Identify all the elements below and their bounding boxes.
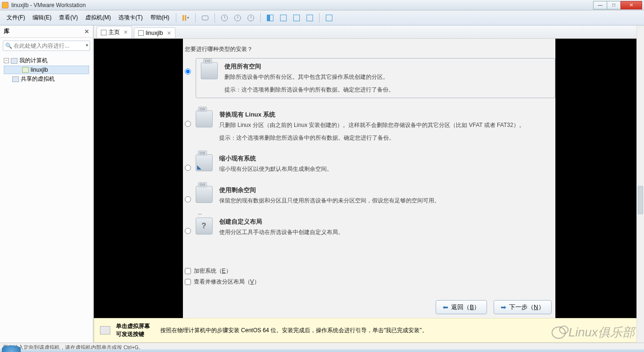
- option-title: 使用剩余空间: [219, 186, 440, 194]
- expand-icon[interactable]: −: [4, 58, 9, 63]
- install-option-radio[interactable]: [185, 165, 191, 171]
- back-button[interactable]: ⬅ 返回（B）: [436, 300, 487, 314]
- review-checkbox[interactable]: [185, 279, 191, 285]
- menu-view[interactable]: 查看(V): [55, 12, 82, 24]
- tab-label: linuxjlb: [146, 30, 163, 36]
- hint-body: 按照在物理计算机中的步骤安装 CentOS 64 位。安装完成后，操作系统会进行…: [160, 327, 428, 335]
- tab-close-icon[interactable]: ✕: [124, 29, 128, 35]
- computer-icon: [11, 58, 17, 64]
- link-icon: [202, 16, 208, 20]
- tab-label: 主页: [108, 28, 120, 36]
- tree-root-my-computer[interactable]: − 我的计算机: [4, 56, 89, 66]
- option-hint: 提示：这个选项将删除所选设备中的所有数据。确定您进行了备份。: [224, 85, 394, 94]
- installer-prompt: 您要进行哪种类型的安装？: [183, 45, 555, 58]
- option-icon: [196, 218, 213, 235]
- tab-close-icon[interactable]: ✕: [167, 30, 171, 36]
- fullscreen-icon: [326, 15, 332, 21]
- hint-title-1: 单击虚拟屏幕: [116, 322, 150, 330]
- install-option-radio[interactable]: [185, 121, 191, 127]
- window-title: linuxjlb - VMware Workstation: [11, 2, 86, 8]
- tree-label: 我的计算机: [19, 57, 48, 65]
- option-desc: 缩小现有分区以便为默认布局生成剩余空间。: [219, 165, 332, 174]
- windows-taskbar: [0, 349, 644, 352]
- arrow-right-icon: ➡: [501, 303, 506, 311]
- option-icon: [196, 154, 213, 171]
- option-hint: 提示：这个选项将删除您所选设备中的所有数据。确定您进行了备份。: [219, 134, 525, 142]
- encrypt-checkbox-row[interactable]: 加密系统（E）: [185, 267, 555, 275]
- vm-hint-bar: 单击虚拟屏幕 可发送按键 按照在物理计算机中的步骤安装 CentOS 64 位。…: [94, 318, 643, 343]
- library-sidebar: 库 ✕ 🔍 ▾ − 我的计算机 linuxjlb 共享的虚拟机: [0, 25, 93, 343]
- install-option[interactable]: 替换现有 Linux 系统只删除 Linux 分区（由之前的 Linux 安装创…: [185, 110, 555, 142]
- home-icon: [101, 30, 107, 35]
- window-controls: — □ ✕: [594, 1, 642, 9]
- view-icon: [293, 15, 300, 21]
- close-button[interactable]: ✕: [620, 1, 642, 9]
- vertical-scrollbar[interactable]: [636, 25, 644, 343]
- hint-title-2: 可发送按键: [116, 330, 150, 338]
- vm-icon: [138, 30, 144, 36]
- review-checkbox-row[interactable]: 查看并修改分区布局（V）: [185, 278, 555, 286]
- tree-vm-linuxjlb[interactable]: linuxjlb: [4, 66, 89, 74]
- folder-icon: [12, 76, 19, 82]
- install-option-radio[interactable]: [185, 228, 191, 234]
- view4-button[interactable]: [304, 13, 315, 23]
- pause-icon: [182, 15, 186, 21]
- window-titlebar: linuxjlb - VMware Workstation — □ ✕: [0, 0, 644, 10]
- option-icon: [196, 186, 213, 203]
- scrollbar-thumb[interactable]: [638, 186, 643, 214]
- menu-file[interactable]: 文件(F): [3, 12, 29, 24]
- clock-icon: [234, 15, 241, 21]
- install-option[interactable]: 使用剩余空间保留您的现有数据和分区且只使用所选设备中的未分区空间，假设您有足够的…: [185, 186, 555, 205]
- minimize-button[interactable]: —: [593, 1, 607, 9]
- vm-display[interactable]: 您要进行哪种类型的安装？ 使用所有空间删除所选设备中的所有分区。其中包含其它操作…: [94, 39, 644, 343]
- encrypt-checkbox[interactable]: [185, 268, 191, 274]
- tab-strip: 主页 ✕ linuxjlb ✕: [94, 25, 644, 39]
- view2-button[interactable]: [278, 13, 289, 23]
- option-desc: 保留您的现有数据和分区且只使用所选设备中的未分区空间，假设您有足够的空间可用。: [219, 196, 440, 205]
- option-title: 替换现有 Linux 系统: [219, 110, 525, 119]
- option-icon: [196, 110, 213, 127]
- view3-button[interactable]: [291, 13, 302, 23]
- view1-button[interactable]: [264, 13, 276, 23]
- option-desc: 只删除 Linux 分区（由之前的 Linux 安装创建的）。这样就不会删除您存…: [219, 121, 525, 130]
- menu-help[interactable]: 帮助(H): [147, 12, 173, 24]
- install-option[interactable]: 使用所有空间删除所选设备中的所有分区。其中包含其它操作系统创建的分区。提示：这个…: [185, 58, 555, 98]
- install-option[interactable]: 创建自定义布局使用分区工具手动在所选设备中创建自定义布局。: [185, 218, 555, 237]
- install-option-radio[interactable]: [185, 196, 191, 202]
- installer-panel: 您要进行哪种类型的安装？ 使用所有空间删除所选设备中的所有分区。其中包含其它操作…: [183, 39, 555, 318]
- menu-vm[interactable]: 虚拟机(M): [82, 12, 115, 24]
- next-button[interactable]: ➡ 下一步（N）: [494, 300, 551, 314]
- option-title: 创建自定义布局: [219, 218, 344, 226]
- pause-button[interactable]: ▾: [180, 13, 191, 23]
- clock-icon: [248, 15, 254, 21]
- menubar: 文件(F) 编辑(E) 查看(V) 虚拟机(M) 选项卡(T) 帮助(H) ▾: [0, 10, 644, 25]
- tree-shared-vms[interactable]: 共享的虚拟机: [4, 74, 89, 84]
- menu-tabs[interactable]: 选项卡(T): [115, 12, 146, 24]
- clock1-button[interactable]: [219, 13, 230, 23]
- tab-home[interactable]: 主页 ✕: [97, 26, 132, 38]
- search-dropdown-icon[interactable]: ▾: [86, 42, 88, 48]
- view-icon: [280, 15, 287, 21]
- hint-icon: [100, 326, 110, 335]
- option-desc: 使用分区工具手动在所选设备中创建自定义布局。: [219, 228, 344, 237]
- option-desc: 删除所选设备中的所有分区。其中包含其它操作系统创建的分区。: [224, 73, 394, 82]
- sidebar-close-icon[interactable]: ✕: [84, 28, 89, 35]
- clock2-button[interactable]: [232, 13, 243, 23]
- fullscreen-button[interactable]: [323, 13, 335, 23]
- install-option[interactable]: 缩小现有系统缩小现有分区以便为默认布局生成剩余空间。: [185, 154, 555, 174]
- tree-label: 共享的虚拟机: [21, 75, 55, 83]
- maximize-button[interactable]: □: [607, 1, 621, 9]
- vm-icon: [22, 67, 29, 73]
- library-search-input[interactable]: [3, 41, 90, 51]
- split-view-icon: [267, 15, 273, 21]
- start-orb[interactable]: [2, 345, 21, 352]
- option-title: 缩小现有系统: [219, 154, 332, 163]
- sidebar-title: 库: [4, 27, 9, 35]
- install-option-radio[interactable]: [185, 68, 191, 75]
- view-icon: [306, 15, 313, 21]
- option-icon: [201, 62, 218, 79]
- menu-edit[interactable]: 编辑(E): [29, 12, 55, 24]
- clock3-button[interactable]: [245, 13, 256, 23]
- tab-linuxjlb[interactable]: linuxjlb ✕: [134, 27, 175, 38]
- snapshot-button[interactable]: [199, 13, 211, 23]
